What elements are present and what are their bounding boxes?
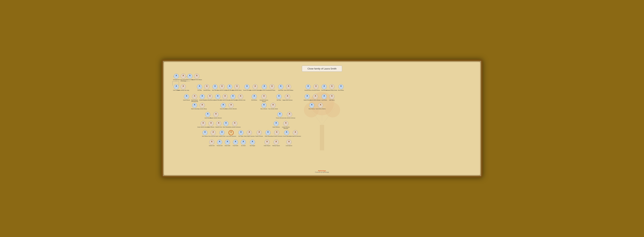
svg-point-81 xyxy=(259,131,260,133)
svg-point-62 xyxy=(311,104,312,105)
avatar-sarah-haynes xyxy=(274,130,279,135)
svg-point-6 xyxy=(325,103,340,118)
avatar-esther-barnett xyxy=(238,94,243,99)
name-sam-tepper: Sam Tepper xyxy=(250,145,255,146)
svg-point-38 xyxy=(331,85,332,87)
avatar-edith-banks xyxy=(329,94,334,99)
svg-point-23 xyxy=(199,85,200,87)
svg-point-48 xyxy=(254,95,255,97)
svg-point-36 xyxy=(316,85,317,87)
svg-point-66 xyxy=(279,113,280,114)
svg-point-49 xyxy=(264,95,265,97)
person-linda-sparrow[interactable]: Linda Sparrow xyxy=(283,140,295,146)
svg-point-57 xyxy=(202,104,203,105)
avatar-leanne-johnston xyxy=(283,121,288,126)
name-barry-johnston: Barry Johnston xyxy=(261,108,268,110)
person-sarah-steel[interactable]: Sarah Steel (Phillips) xyxy=(282,84,295,91)
person-bethany-haynes[interactable]: Bethany Haynes xyxy=(270,140,282,146)
avatar-tammy-stenner xyxy=(228,103,234,108)
name-sarah-steel: Sarah Steel (Phillips) xyxy=(284,90,293,91)
svg-point-85 xyxy=(295,131,296,133)
name-thomas-johnston2: Thomas Johnston xyxy=(276,117,284,119)
name-tara-johnston: Tara Johnston (Steel) xyxy=(268,108,278,110)
person-leanne-johnston[interactable]: Leanne Johnston (Richards) xyxy=(280,121,292,129)
footer-tagline: Produced by MyHeritage xyxy=(315,172,329,173)
svg-point-53 xyxy=(315,95,316,97)
avatar-vincent-sparrow xyxy=(284,130,289,135)
name-bill-johnston: Bill Johnston xyxy=(251,100,257,101)
svg-point-75 xyxy=(204,131,206,133)
person-sam-tepper[interactable]: Sam Tepper xyxy=(246,140,259,146)
svg-point-79 xyxy=(240,131,242,133)
avatar-sarah-anthony xyxy=(313,94,318,99)
person-beppie-janssen[interactable]: Beppie Janssen (Stenner) xyxy=(210,112,222,119)
avatar-jozef-janssen xyxy=(205,112,210,117)
person-kylie-sparrow[interactable]: Kylie Sparrow (Johnston) xyxy=(289,130,302,137)
svg-line-1 xyxy=(309,108,322,125)
avatar-beppie-janssen xyxy=(214,112,218,117)
svg-point-30 xyxy=(255,85,256,87)
name-leanne-johnston: Leanne Johnston (Richards) xyxy=(280,127,292,129)
avatar-thomas-johnston xyxy=(244,84,250,89)
svg-point-58 xyxy=(223,104,224,105)
svg-point-35 xyxy=(308,85,309,87)
svg-point-69 xyxy=(210,122,212,124)
avatar-pauline-johnston xyxy=(257,130,262,135)
svg-rect-0 xyxy=(320,125,324,150)
svg-point-82 xyxy=(268,131,269,133)
person-martha-janssen[interactable]: Martha Janssen (de Jong) xyxy=(177,84,190,91)
svg-point-44 xyxy=(217,95,218,97)
name-bruce-banks: Bruce Banks xyxy=(338,90,344,91)
avatar-kylie-sparrow xyxy=(293,130,298,135)
svg-point-74 xyxy=(285,122,286,124)
person-tara-johnston[interactable]: Tara Johnston (Steel) xyxy=(267,103,279,110)
avatar-martha-janssen xyxy=(181,84,186,89)
person-debra-janssen[interactable]: Debra Janssen (Johnston) xyxy=(228,121,241,128)
svg-line-2 xyxy=(322,108,335,125)
svg-point-50 xyxy=(278,95,280,97)
svg-point-42 xyxy=(202,95,203,97)
person-age-janssen[interactable]: Age Janssen (Berg) xyxy=(196,103,208,110)
avatar-maria-barnett xyxy=(234,84,240,89)
outer-frame: Close family of Laura Smith line, path {… xyxy=(161,59,483,178)
name-bethany-haynes: Bethany Haynes xyxy=(272,145,280,146)
svg-point-55 xyxy=(331,95,332,97)
person-tammy-stenner[interactable]: Tammy Stenner (Barnett) xyxy=(225,103,237,110)
svg-point-37 xyxy=(324,85,325,87)
person-carla-anthony[interactable]: Carla Anthony (Banks) xyxy=(314,103,327,110)
svg-point-59 xyxy=(230,104,232,105)
svg-point-40 xyxy=(186,95,187,97)
avatar-amber-haynes xyxy=(264,140,270,145)
svg-point-89 xyxy=(235,141,236,142)
avatar-bethany-haynes xyxy=(274,140,279,145)
name-jonathan-smith: Jonathan Smith xyxy=(218,136,226,137)
avatar-jonathan-smith xyxy=(220,130,224,135)
svg-point-91 xyxy=(252,141,253,142)
name-beppie-janssen: Beppie Janssen (Stenner) xyxy=(210,117,222,119)
avatar-daniel-johnston xyxy=(274,121,279,126)
name-brian-anthony: Brian Anthony xyxy=(309,108,315,110)
name-brian-janssen: Brian Janssen xyxy=(223,127,229,128)
svg-point-47 xyxy=(240,95,241,97)
name-linda-sparrow: Linda Sparrow xyxy=(286,145,292,146)
svg-point-71 xyxy=(226,122,227,124)
avatar-laura-smith xyxy=(228,130,234,135)
svg-point-33 xyxy=(280,85,282,87)
svg-point-21 xyxy=(176,85,177,87)
person-edith-banks[interactable]: Edith Banks xyxy=(326,94,338,101)
person-esther-barnett[interactable]: Esther Barnett (Cole) xyxy=(234,94,247,101)
avatar-debra-janssen xyxy=(232,121,237,126)
person-bruce-banks[interactable]: Bruce Banks xyxy=(335,84,347,91)
name-daniel-johnston: Daniel Johnston xyxy=(272,127,280,128)
person-linda-johnston[interactable]: Linda Johnston (Anthony) xyxy=(283,112,296,119)
person-elizabeth-johnston[interactable]: Elizabeth Johnston (Howes) xyxy=(258,94,270,102)
svg-point-20 xyxy=(196,75,198,76)
svg-point-72 xyxy=(234,122,236,124)
avatar-brian-anthony xyxy=(309,103,314,108)
svg-point-24 xyxy=(206,85,208,87)
footer: MyHeritage Produced by MyHeritage xyxy=(315,170,329,173)
person-magda-steel[interactable]: Magda Steel (Holmes) xyxy=(281,94,294,101)
person-elizabeth-smit[interactable]: Elizabeth Smit (Wijsas) xyxy=(190,74,203,80)
svg-point-22 xyxy=(183,85,184,87)
svg-point-29 xyxy=(246,85,248,87)
